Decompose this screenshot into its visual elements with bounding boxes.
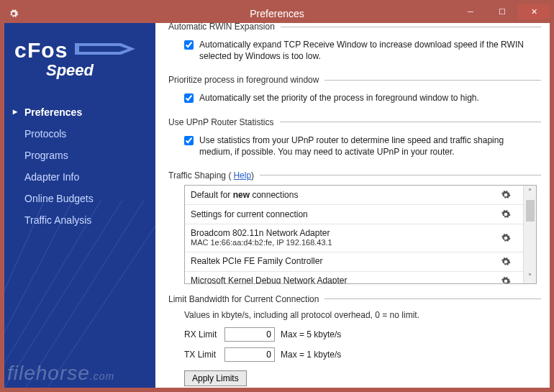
tx-limit-input[interactable] [224, 347, 275, 362]
gear-icon[interactable] [500, 189, 512, 201]
rx-limit-input[interactable] [224, 327, 275, 342]
nav-item-preferences[interactable]: Preferences [4, 101, 155, 123]
svg-text:Fos: Fos [27, 38, 68, 62]
gear-icon[interactable] [500, 256, 512, 268]
shaping-help-link[interactable]: Help [233, 170, 251, 181]
upnp-checkbox-label: Use statistics from your UPnP router to … [199, 135, 537, 158]
minimize-button[interactable]: ─ [455, 4, 486, 19]
tx-limit-label: TX Limit [184, 350, 224, 360]
app-gear-icon [9, 9, 19, 19]
maximize-button[interactable]: ☐ [486, 4, 518, 19]
adapter-row-default[interactable]: Default for new connections [185, 186, 536, 204]
foreground-checkbox[interactable] [184, 94, 194, 103]
nav-item-adapter-info[interactable]: Adapter Info [4, 166, 155, 188]
svg-text:Speed: Speed [46, 61, 94, 79]
close-button[interactable]: ✕ [518, 4, 550, 19]
svg-text:c: c [14, 38, 27, 62]
window-title: Preferences [250, 8, 304, 19]
section-foreground-title: Prioritize process in foreground window [168, 75, 541, 85]
adapter-row-current[interactable]: Settings for current connection [185, 204, 536, 224]
section-rwin-title: Automatic RWIN Expansion [168, 23, 541, 32]
titlebar: Preferences ─ ☐ ✕ [4, 4, 550, 23]
adapter-row-realtek[interactable]: Realtek PCIe FE Family Controller [185, 252, 536, 271]
foreground-checkbox-label: Automatically set the priority of the pr… [199, 92, 479, 104]
upnp-checkbox[interactable] [184, 136, 194, 145]
scroll-up-arrow-icon[interactable]: ˄ [524, 186, 536, 199]
rwin-checkbox-label: Automatically expand TCP Receive Window … [199, 39, 537, 62]
tx-limit-max: Max = 1 kbyte/s [281, 350, 341, 360]
rx-limit-label: RX Limit [184, 329, 224, 339]
adapter-listbox: Default for new connections Settings for… [184, 185, 537, 284]
gear-icon[interactable] [500, 209, 512, 220]
sidebar-decor-lines [4, 201, 155, 388]
rx-limit-max: Max = 5 kbyte/s [281, 329, 341, 339]
scroll-down-arrow-icon[interactable]: ˅ [524, 270, 536, 283]
section-upnp-title: Use UPnP Router Statistics [168, 117, 541, 127]
apply-limits-button[interactable]: Apply Limits [184, 370, 247, 386]
sidebar: c Fos Speed Preferences Protocols Progra… [4, 23, 155, 388]
rwin-checkbox[interactable] [184, 40, 194, 50]
adapter-row-broadcom[interactable]: Broadcom 802.11n Network AdapterMAC 1e:6… [185, 224, 536, 252]
gear-icon[interactable] [500, 232, 512, 244]
nav-item-protocols[interactable]: Protocols [4, 123, 155, 145]
nav-item-programs[interactable]: Programs [4, 145, 155, 166]
window-controls: ─ ☐ ✕ [455, 4, 550, 19]
adapter-row-mskdebug[interactable]: Microsoft Kernel Debug Network Adapter [185, 271, 536, 283]
app-logo: c Fos Speed [4, 23, 155, 101]
scroll-thumb[interactable] [526, 200, 535, 222]
bandwidth-note: Values in kbyte/s, including all protoco… [168, 309, 541, 324]
gear-icon[interactable] [500, 275, 512, 283]
section-shaping-title: Traffic Shaping (Help) [168, 170, 541, 181]
content-pane: Automatic RWIN Expansion Automatically e… [155, 23, 550, 388]
adapter-scrollbar[interactable]: ˄ ˅ [523, 186, 536, 283]
app-window: Preferences ─ ☐ ✕ c Fos Speed Preference… [0, 0, 554, 392]
section-bandwidth-title: Limit Bandwidth for Current Connection [168, 294, 541, 304]
